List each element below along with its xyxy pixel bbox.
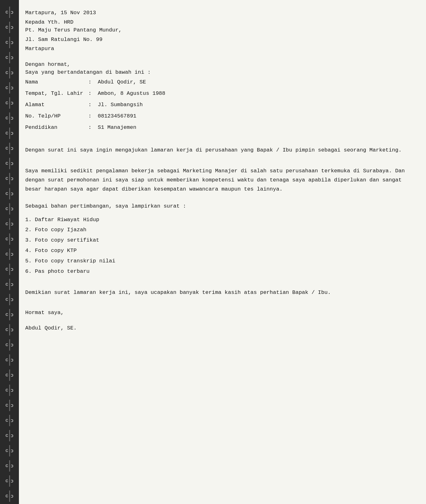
- label-telp: No. Telp/HP: [25, 113, 88, 122]
- divider-32: [9, 490, 10, 502]
- body2-text: Saya memiliki sedikit pengalaman bekerja…: [25, 168, 405, 192]
- ring-pair-24: c ɔ: [0, 368, 19, 383]
- divider-10: [9, 158, 10, 169]
- value-pendidikan: S1 Manajemen: [98, 124, 136, 133]
- divider-13: [9, 203, 10, 215]
- ring-d-18: ɔ: [11, 281, 16, 288]
- body1-text: Dengan surat ini saya ingin mengajukan l…: [25, 147, 402, 153]
- ring-pair-31: c ɔ: [0, 473, 19, 489]
- list-item-4: 4. Foto copy KTP: [25, 246, 413, 256]
- recipient-block: Kepada Yth. HRD Pt. Maju Terus Pantang M…: [25, 18, 413, 34]
- value-nama: Abdul Qodir, SE: [98, 79, 146, 88]
- divider-15: [9, 233, 10, 245]
- colon-alamat: :: [88, 102, 98, 111]
- divider-29: [9, 445, 10, 456]
- divider-12: [9, 188, 10, 199]
- list-item-2: 2. Foto copy Ijazah: [25, 225, 413, 235]
- ring-pair-4: c ɔ: [0, 65, 19, 80]
- ring-pair-30: c ɔ: [0, 458, 19, 473]
- ring-d-30: ɔ: [11, 463, 16, 469]
- divider-31: [9, 475, 10, 487]
- divider-8: [9, 128, 10, 139]
- ring-d-15: ɔ: [11, 236, 16, 242]
- recipient-line4: Martapura: [25, 46, 54, 52]
- divider-14: [9, 218, 10, 230]
- body1-block: Dengan surat ini saya ingin mengajukan l…: [25, 146, 413, 155]
- divider-19: [9, 294, 10, 305]
- ring-pair-7: c ɔ: [0, 111, 19, 126]
- ring-pair-28: c ɔ: [0, 428, 19, 443]
- ring-pair-6: c ɔ: [0, 95, 19, 111]
- divider-9: [9, 143, 10, 154]
- ring-pair-20: c ɔ: [0, 307, 19, 322]
- colon-pendidikan: :: [88, 124, 98, 133]
- ring-c-6: c: [3, 100, 9, 106]
- ring-d-7: ɔ: [11, 115, 16, 121]
- attachments-list: 1. Daftar Riwayat Hidup 2. Foto copy Ija…: [25, 215, 413, 277]
- divider-6: [9, 97, 10, 109]
- recipient-line1: Kepada Yth. HRD: [25, 19, 73, 25]
- ring-c-19: c: [3, 297, 9, 302]
- ring-pair-5: c ɔ: [0, 80, 19, 95]
- attachments-intro-block: Sebagai bahan pertimbangan, saya lampirk…: [25, 202, 413, 210]
- spacer3: [25, 160, 413, 163]
- ring-pair-29: c ɔ: [0, 443, 19, 458]
- spacer5: [25, 212, 413, 215]
- ring-d-19: ɔ: [11, 296, 16, 303]
- ring-c-21: c: [3, 327, 9, 333]
- signature-block: Abdul Qodir, SE.: [25, 324, 413, 332]
- ring-d-9: ɔ: [11, 145, 16, 152]
- ring-c-20: c: [3, 312, 9, 318]
- ring-c-0: c: [3, 9, 9, 15]
- ring-pair-19: c ɔ: [0, 292, 19, 307]
- ring-pair-12: c ɔ: [0, 186, 19, 201]
- ring-d-3: ɔ: [11, 54, 16, 61]
- field-nama: Nama : Abdul Qodir, SE: [25, 78, 413, 89]
- body2-block: Saya memiliki sedikit pengalaman bekerja…: [25, 167, 413, 194]
- ring-c-9: c: [3, 146, 9, 151]
- divider-5: [9, 82, 10, 94]
- ring-c-31: c: [3, 478, 9, 484]
- divider-25: [9, 385, 10, 396]
- spacer8: [25, 318, 413, 324]
- divider-1: [9, 22, 10, 33]
- ring-d-12: ɔ: [11, 191, 16, 197]
- closing-text: Demikian surat lamaran kerja ini, saya u…: [25, 289, 331, 295]
- ring-pair-23: c ɔ: [0, 352, 19, 368]
- ring-d-25: ɔ: [11, 387, 16, 393]
- colon-ttl: :: [88, 90, 98, 99]
- divider-16: [9, 249, 10, 260]
- ring-c-8: c: [3, 130, 9, 136]
- divider-26: [9, 400, 10, 411]
- ring-d-10: ɔ: [11, 160, 16, 167]
- ring-c-2: c: [3, 40, 9, 45]
- list-item-6: 6. Pas photo terbaru: [25, 266, 413, 277]
- ring-c-23: c: [3, 357, 9, 363]
- ring-pair-3: c ɔ: [0, 50, 19, 65]
- date-text: Martapura, 15 Nov 2013: [25, 10, 96, 16]
- ring-pair-1: c ɔ: [0, 20, 19, 35]
- ring-c-13: c: [3, 206, 9, 212]
- ring-c-29: c: [3, 448, 9, 454]
- divider-24: [9, 369, 10, 381]
- ring-d-23: ɔ: [11, 357, 16, 363]
- salutation-text: Hormat saya,: [25, 310, 64, 316]
- recipient-city-block: Martapura: [25, 45, 413, 53]
- ring-pair-26: c ɔ: [0, 398, 19, 413]
- field-pendidikan: Pendidikan : S1 Manajemen: [25, 123, 413, 135]
- ring-d-28: ɔ: [11, 432, 16, 439]
- ring-c-18: c: [3, 282, 9, 287]
- ring-c-3: c: [3, 55, 9, 60]
- recipient-line3: Jl. Sam Ratulangi No. 99: [25, 37, 102, 43]
- divider-30: [9, 460, 10, 472]
- spacer4: [25, 199, 413, 202]
- list-item-3: 3. Foto copy sertifikat: [25, 235, 413, 246]
- list-item-1: 1. Daftar Riwayat Hidup: [25, 215, 413, 225]
- recipient-line2: Pt. Maju Terus Pantang Mundur,: [25, 27, 122, 33]
- list-item-5: 5. Foto copy transkrip nilai: [25, 256, 413, 266]
- ring-pair-0: c ɔ: [0, 5, 19, 20]
- ring-pair-15: c ɔ: [0, 232, 19, 247]
- divider-23: [9, 354, 10, 366]
- salutation-block: Hormat saya,: [25, 309, 413, 317]
- ring-c-17: c: [3, 266, 9, 272]
